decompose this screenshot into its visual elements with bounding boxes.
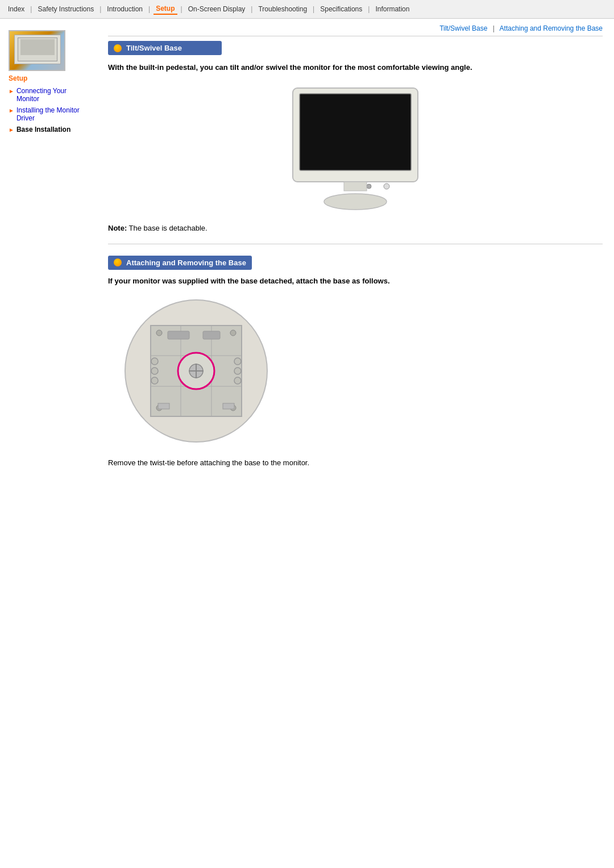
breadcrumb: Tilt/Swivel Base | Attaching and Removin… bbox=[108, 24, 603, 36]
nav-specifications[interactable]: Specifications bbox=[318, 4, 364, 14]
monitor-illustration bbox=[108, 82, 603, 215]
note-label: Note: bbox=[108, 224, 127, 232]
base-illustration bbox=[119, 294, 603, 449]
svg-rect-7 bbox=[344, 182, 367, 191]
sidebar-link-base[interactable]: Base Installation bbox=[16, 126, 70, 133]
section-divider bbox=[108, 244, 603, 244]
sidebar-link-connecting[interactable]: Connecting Your Monitor bbox=[16, 87, 91, 103]
section2-title: Attaching and Removing the Base bbox=[126, 258, 246, 267]
content-area: Tilt/Swivel Base | Attaching and Removin… bbox=[97, 24, 614, 478]
nav-sep-3: | bbox=[148, 5, 150, 13]
svg-point-23 bbox=[234, 368, 241, 374]
nav-setup[interactable]: Setup bbox=[154, 3, 177, 15]
nav-sep-1: | bbox=[30, 5, 32, 13]
sidebar-item-connecting[interactable]: ► Connecting Your Monitor bbox=[9, 87, 91, 103]
section2-header: Attaching and Removing the Base bbox=[108, 256, 252, 270]
sidebar-item-driver[interactable]: ► Installing the Monitor Driver bbox=[9, 106, 91, 122]
remove-text: Remove the twist-tie before attaching th… bbox=[108, 458, 603, 467]
nav-sep-6: | bbox=[313, 5, 314, 13]
nav-information[interactable]: Information bbox=[373, 4, 412, 14]
nav-index[interactable]: Index bbox=[6, 4, 27, 14]
sidebar-item-base[interactable]: ► Base Installation bbox=[9, 126, 91, 133]
arrow-icon-3: ► bbox=[9, 127, 14, 133]
section1-note: Note: The base is detachable. bbox=[108, 224, 603, 232]
svg-rect-31 bbox=[158, 403, 169, 409]
svg-point-22 bbox=[234, 358, 241, 365]
svg-rect-30 bbox=[203, 331, 220, 339]
section2-bullet bbox=[114, 258, 122, 266]
sidebar-setup-label: Setup bbox=[9, 74, 91, 82]
arrow-icon-2: ► bbox=[9, 107, 14, 114]
sidebar: Setup ► Connecting Your Monitor ► Instal… bbox=[0, 24, 97, 478]
section1-bullet bbox=[114, 44, 122, 52]
sidebar-logo bbox=[9, 30, 65, 71]
nav-introduction[interactable]: Introduction bbox=[105, 4, 145, 14]
svg-rect-32 bbox=[223, 403, 234, 409]
nav-sep-5: | bbox=[251, 5, 252, 13]
section2-description: If your monitor was supplied with the ba… bbox=[108, 277, 603, 285]
svg-point-16 bbox=[230, 330, 236, 336]
svg-point-19 bbox=[151, 358, 158, 365]
main-layout: Setup ► Connecting Your Monitor ► Instal… bbox=[0, 19, 614, 484]
svg-rect-1 bbox=[300, 94, 411, 170]
svg-point-6 bbox=[384, 183, 389, 189]
navbar: Index | Safety Instructions | Introducti… bbox=[0, 0, 614, 19]
svg-rect-29 bbox=[168, 331, 189, 339]
arrow-icon-1: ► bbox=[9, 88, 14, 94]
nav-safety[interactable]: Safety Instructions bbox=[35, 4, 96, 14]
nav-sep-2: | bbox=[99, 5, 101, 13]
section1-description: With the built-in pedestal, you can tilt… bbox=[108, 62, 603, 73]
breadcrumb-link-2[interactable]: Attaching and Removing the Base bbox=[500, 24, 603, 32]
nav-sep-7: | bbox=[368, 5, 370, 13]
svg-point-8 bbox=[324, 194, 387, 210]
nav-troubleshooting[interactable]: Troubleshooting bbox=[256, 4, 309, 14]
sidebar-link-driver[interactable]: Installing the Monitor Driver bbox=[16, 106, 91, 122]
note-content: The base is detachable. bbox=[129, 224, 208, 232]
svg-point-24 bbox=[234, 377, 241, 384]
section1-title: Tilt/Swivel Base bbox=[126, 44, 182, 52]
svg-point-21 bbox=[151, 377, 158, 384]
nav-osd[interactable]: On-Screen Display bbox=[186, 4, 248, 14]
breadcrumb-link-1[interactable]: Tilt/Swivel Base bbox=[439, 24, 487, 32]
nav-sep-4: | bbox=[181, 5, 182, 13]
breadcrumb-sep: | bbox=[493, 24, 495, 32]
section1-header: Tilt/Swivel Base bbox=[108, 41, 222, 55]
svg-point-15 bbox=[156, 330, 162, 336]
svg-point-5 bbox=[367, 184, 371, 189]
svg-point-20 bbox=[151, 368, 158, 374]
